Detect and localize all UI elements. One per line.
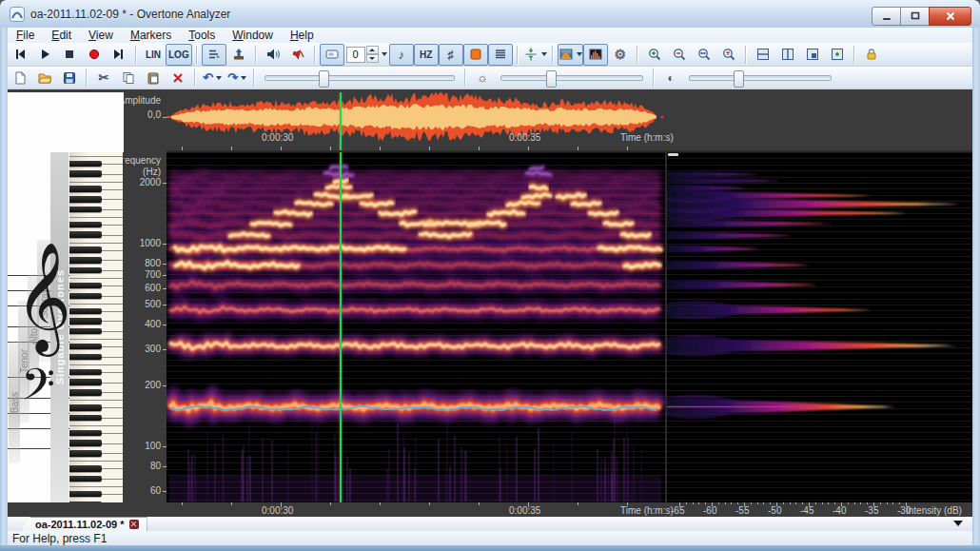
menu-window[interactable]: Window <box>224 28 282 43</box>
piano-black-key[interactable] <box>69 491 102 498</box>
spectrum-view-button[interactable] <box>583 44 608 66</box>
maximize-button[interactable] <box>900 7 930 26</box>
chevron-down-icon[interactable] <box>216 76 222 80</box>
piano-black-key[interactable] <box>69 354 102 361</box>
layout-horizontal-button[interactable] <box>751 44 775 66</box>
zoom-slider-thumb[interactable] <box>319 70 329 88</box>
layout-add-button[interactable] <box>825 44 850 66</box>
tab-list-dropdown-icon[interactable] <box>953 521 963 526</box>
transpose-spinner-value[interactable]: 0 <box>346 47 365 63</box>
piano-black-key[interactable] <box>69 257 102 264</box>
minimize-button[interactable] <box>872 7 901 26</box>
piano-black-key[interactable] <box>69 196 102 203</box>
zoom-reset-button[interactable] <box>716 44 741 66</box>
redo-button[interactable]: ↷ <box>225 67 249 89</box>
settings-button[interactable]: ⚙ <box>608 44 633 66</box>
zoom-slider[interactable] <box>265 69 455 88</box>
record-button[interactable] <box>82 44 107 66</box>
brightness-control-thumb[interactable] <box>546 70 557 88</box>
pitch-readout-button[interactable] <box>320 44 344 66</box>
chevron-down-icon[interactable] <box>241 76 246 80</box>
piano-black-key[interactable] <box>69 328 102 335</box>
menu-view[interactable]: View <box>80 28 122 43</box>
spectrum-panel[interactable] <box>667 152 972 502</box>
open-file-button[interactable] <box>32 67 57 89</box>
menu-file[interactable]: File <box>8 28 43 43</box>
piano-black-key[interactable] <box>69 318 102 325</box>
export-button[interactable] <box>226 44 251 66</box>
waveform-panel[interactable]: 0:00:300:00:35Time (h:m:s) <box>167 92 972 151</box>
color-map-button[interactable] <box>463 44 488 66</box>
layout-detach-button[interactable] <box>800 44 825 66</box>
piano-black-key[interactable] <box>69 207 102 213</box>
linear-scale-button[interactable]: LIN <box>141 44 166 66</box>
tab-close-icon[interactable] <box>129 520 139 529</box>
title-bar[interactable]: oa-2011.11.02-09 * - Overtone Analyzer <box>0 0 980 29</box>
audio-output-button[interactable] <box>261 44 285 66</box>
piano-black-key[interactable] <box>69 415 102 422</box>
piano-black-key[interactable] <box>69 222 102 228</box>
split-view-button[interactable] <box>522 44 548 66</box>
piano-black-key[interactable] <box>69 293 102 300</box>
spectrogram-panel[interactable] <box>167 152 665 502</box>
piano-black-key[interactable] <box>69 283 102 289</box>
menu-tools[interactable]: Tools <box>180 28 224 43</box>
piano-black-key[interactable] <box>69 389 102 396</box>
piano-black-key[interactable] <box>69 465 102 472</box>
document-tab[interactable]: oa-2011.11.02-09 * <box>21 517 147 531</box>
menu-edit[interactable]: Edit <box>43 28 80 43</box>
paste-button[interactable] <box>141 67 166 89</box>
stop-button[interactable] <box>57 44 82 66</box>
piano-black-key[interactable] <box>69 379 102 385</box>
skip-to-end-button[interactable] <box>107 44 131 66</box>
chevron-down-icon[interactable] <box>577 52 582 56</box>
piano-black-key[interactable] <box>69 450 102 457</box>
contrast-control[interactable] <box>689 69 832 88</box>
piano-black-key[interactable] <box>69 369 102 376</box>
menu-help[interactable]: Help <box>282 28 323 43</box>
zoom-in-button[interactable] <box>642 44 667 66</box>
chevron-down-icon[interactable] <box>541 52 547 56</box>
piano-black-key[interactable] <box>69 476 102 482</box>
piano-black-key[interactable] <box>69 161 102 167</box>
contrast-control-thumb[interactable] <box>734 70 744 88</box>
note-name-button[interactable]: ♪ <box>389 44 414 66</box>
menu-markers[interactable]: Markers <box>122 28 180 43</box>
transpose-spinner[interactable]: 0 <box>346 46 387 63</box>
playback-cursor[interactable] <box>340 92 342 151</box>
piano-black-key[interactable] <box>69 267 102 274</box>
undo-button[interactable]: ↶ <box>200 67 225 89</box>
playback-cursor[interactable] <box>340 152 342 502</box>
zoom-out-button[interactable] <box>667 44 692 66</box>
copy-button[interactable] <box>116 67 141 89</box>
chevron-down-icon[interactable] <box>382 52 387 56</box>
piano-black-key[interactable] <box>69 246 102 253</box>
play-button[interactable] <box>32 44 57 66</box>
brightness-control[interactable] <box>500 69 643 88</box>
layout-vertical-button[interactable] <box>775 44 800 66</box>
piano-keyboard[interactable] <box>69 152 124 502</box>
mute-button[interactable] <box>285 44 310 66</box>
tuner-display-button[interactable] <box>202 44 226 66</box>
piano-black-key[interactable] <box>69 430 102 437</box>
save-button[interactable] <box>57 67 82 89</box>
lines-view-button[interactable] <box>488 44 513 66</box>
piano-black-key[interactable] <box>69 170 102 177</box>
lock-button[interactable] <box>859 44 884 66</box>
spinner-up-icon[interactable] <box>366 46 379 54</box>
zoom-fit-button[interactable] <box>692 44 716 66</box>
sharp-flat-button[interactable]: ♯ <box>439 44 463 66</box>
hz-button[interactable]: HZ <box>414 44 439 66</box>
piano-black-key[interactable] <box>69 186 102 192</box>
spinner-down-icon[interactable] <box>366 54 379 63</box>
delete-button[interactable] <box>166 67 190 89</box>
new-file-button[interactable] <box>8 67 32 89</box>
piano-black-key[interactable] <box>69 231 102 238</box>
log-scale-button[interactable]: LOG <box>166 44 192 66</box>
skip-to-start-button[interactable] <box>8 44 32 66</box>
piano-black-key[interactable] <box>69 440 102 446</box>
cut-button[interactable]: ✂ <box>91 67 116 89</box>
piano-black-key[interactable] <box>69 308 102 315</box>
spectrogram-view-button[interactable] <box>558 44 583 66</box>
piano-black-key[interactable] <box>69 404 102 411</box>
